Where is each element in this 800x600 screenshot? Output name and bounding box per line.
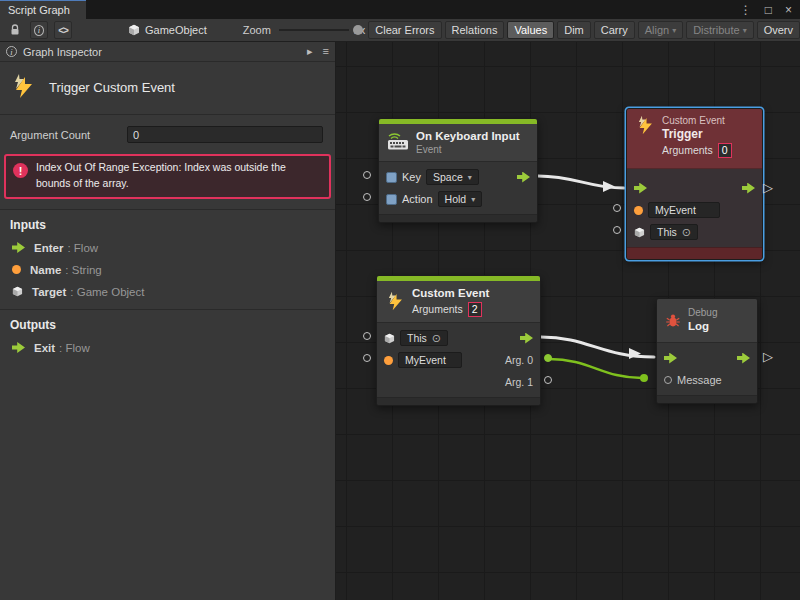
port-name: Target bbox=[32, 286, 66, 298]
target-object-picker[interactable]: This ⊙ bbox=[650, 224, 698, 240]
node-custom-event[interactable]: Custom Event Arguments 2 This bbox=[376, 275, 541, 406]
port-bubble[interactable] bbox=[544, 376, 552, 384]
node-debug-log[interactable]: Debug Log Message bbox=[656, 298, 758, 404]
string-port-icon[interactable] bbox=[634, 206, 643, 215]
error-icon: ! bbox=[13, 163, 28, 178]
port-bubble[interactable] bbox=[363, 193, 371, 201]
inspected-unit-title: Trigger Custom Event bbox=[0, 62, 335, 115]
port-bubble[interactable] bbox=[613, 226, 621, 234]
align-button[interactable]: Align ▾ bbox=[638, 21, 683, 39]
output-port-exit: Exit : Flow bbox=[0, 337, 335, 359]
flow-output-port[interactable] bbox=[742, 183, 755, 194]
node-title: On Keyboard Input bbox=[416, 129, 520, 144]
arguments-error-badge: 0 bbox=[718, 143, 732, 158]
game-object-port-icon[interactable] bbox=[634, 227, 645, 238]
node-trigger-custom-event[interactable]: Custom Event Trigger Arguments 0 bbox=[626, 108, 763, 260]
flow-output-port[interactable] bbox=[737, 353, 750, 364]
distribute-label: Distribute bbox=[693, 24, 739, 36]
port-type: : Game Object bbox=[70, 286, 144, 298]
flow-output-port[interactable] bbox=[520, 333, 533, 344]
distribute-button[interactable]: Distribute ▾ bbox=[686, 21, 753, 39]
error-message-box: ! Index Out Of Range Exception: Index wa… bbox=[4, 154, 331, 199]
game-object-port-icon bbox=[12, 286, 23, 297]
menu-icon[interactable]: ≡ bbox=[323, 45, 329, 58]
tab-title: Script Graph bbox=[8, 4, 70, 16]
port-bubble[interactable] bbox=[363, 354, 371, 362]
values-button[interactable]: Values bbox=[507, 21, 554, 39]
info-icon: i bbox=[34, 25, 44, 36]
graph-inspector-panel: i Graph Inspector ▸ ≡ Trigger Custom Eve… bbox=[0, 42, 336, 600]
string-port-icon bbox=[12, 265, 21, 274]
argument-count-input[interactable] bbox=[127, 126, 323, 143]
code-view-button[interactable]: <> bbox=[54, 21, 72, 39]
target-value: This bbox=[657, 226, 677, 238]
port-bubble[interactable] bbox=[363, 171, 371, 179]
key-field-icon bbox=[386, 172, 397, 183]
cube-icon bbox=[128, 24, 140, 36]
arg0-label: Arg. 0 bbox=[505, 354, 533, 366]
action-dropdown[interactable]: Hold ▾ bbox=[438, 191, 483, 207]
window-controls: ⋮ □ × bbox=[740, 0, 800, 19]
inspector-title-text: Trigger Custom Event bbox=[49, 80, 175, 95]
event-name-value: MyEvent bbox=[655, 204, 696, 216]
dim-button[interactable]: Dim bbox=[557, 21, 591, 39]
port-bubble[interactable] bbox=[363, 332, 371, 340]
maximize-icon[interactable]: □ bbox=[765, 4, 772, 16]
argument-count-label: Argument Count bbox=[10, 129, 90, 141]
graph-toolbar: i <> GameObject Zoom 1x Clear Errors Rel… bbox=[0, 19, 800, 42]
code-icon: <> bbox=[58, 25, 68, 36]
zoom-slider-knob[interactable] bbox=[353, 25, 363, 35]
key-value: Space bbox=[433, 171, 463, 183]
node-footer bbox=[379, 214, 537, 222]
inputs-heading: Inputs bbox=[0, 209, 335, 237]
inspector-header: i Graph Inspector ▸ ≡ bbox=[0, 42, 335, 62]
zoom-slider[interactable] bbox=[279, 23, 349, 37]
flow-input-port[interactable] bbox=[664, 353, 677, 364]
node-footer bbox=[377, 397, 540, 405]
graph-canvas[interactable]: On Keyboard Input Event Key Space ▾ bbox=[336, 42, 800, 600]
port-bubble[interactable] bbox=[613, 204, 621, 212]
string-port-icon[interactable] bbox=[384, 356, 393, 365]
port-bubble-connected[interactable] bbox=[544, 354, 552, 362]
input-port-target: Target : Game Object bbox=[0, 281, 335, 303]
message-label: Message bbox=[677, 374, 722, 386]
carry-button[interactable]: Carry bbox=[594, 21, 635, 39]
port-type: : Flow bbox=[67, 242, 98, 254]
game-object-port-icon[interactable] bbox=[384, 333, 395, 344]
clear-errors-button[interactable]: Clear Errors bbox=[368, 21, 441, 39]
node-footer bbox=[657, 395, 757, 403]
event-name-field[interactable]: MyEvent bbox=[648, 202, 720, 218]
custom-event-icon bbox=[635, 115, 655, 137]
port-name: Exit bbox=[34, 342, 55, 354]
info-icon: i bbox=[6, 46, 17, 57]
dock-icon[interactable]: ▸ bbox=[307, 45, 313, 58]
action-field-icon bbox=[386, 194, 397, 205]
key-dropdown[interactable]: Space ▾ bbox=[426, 169, 479, 185]
relations-button[interactable]: Relations bbox=[445, 21, 505, 39]
close-icon[interactable]: × bbox=[785, 4, 792, 16]
action-label: Action bbox=[402, 193, 433, 205]
target-object-picker[interactable]: This ⊙ bbox=[400, 330, 448, 346]
flow-input-port[interactable] bbox=[634, 183, 647, 194]
event-name-value: MyEvent bbox=[405, 354, 446, 366]
info-button[interactable]: i bbox=[30, 21, 48, 39]
message-port-icon[interactable] bbox=[664, 376, 672, 384]
game-object-selector[interactable]: GameObject bbox=[128, 24, 207, 36]
custom-event-icon bbox=[10, 73, 36, 102]
lock-icon[interactable] bbox=[6, 21, 24, 39]
argument-count-row: Argument Count bbox=[0, 115, 335, 152]
object-picker-icon: ⊙ bbox=[682, 227, 691, 237]
overview-button[interactable]: Overv bbox=[757, 21, 800, 39]
tab-bar: Script Graph ⋮ □ × bbox=[0, 0, 800, 19]
flow-output-port[interactable] bbox=[517, 172, 530, 183]
node-kicker: Debug bbox=[688, 307, 717, 319]
dropdown-arrow-icon: ▾ bbox=[672, 26, 676, 35]
action-value: Hold bbox=[445, 193, 467, 205]
kebab-menu-icon[interactable]: ⋮ bbox=[740, 4, 752, 16]
node-title: Trigger bbox=[662, 127, 732, 142]
event-name-field[interactable]: MyEvent bbox=[398, 352, 462, 368]
inspector-header-title: Graph Inspector bbox=[23, 46, 102, 58]
tab-script-graph[interactable]: Script Graph bbox=[0, 0, 86, 19]
node-on-keyboard-input[interactable]: On Keyboard Input Event Key Space ▾ bbox=[378, 118, 538, 223]
dropdown-arrow-icon: ▾ bbox=[468, 173, 472, 182]
